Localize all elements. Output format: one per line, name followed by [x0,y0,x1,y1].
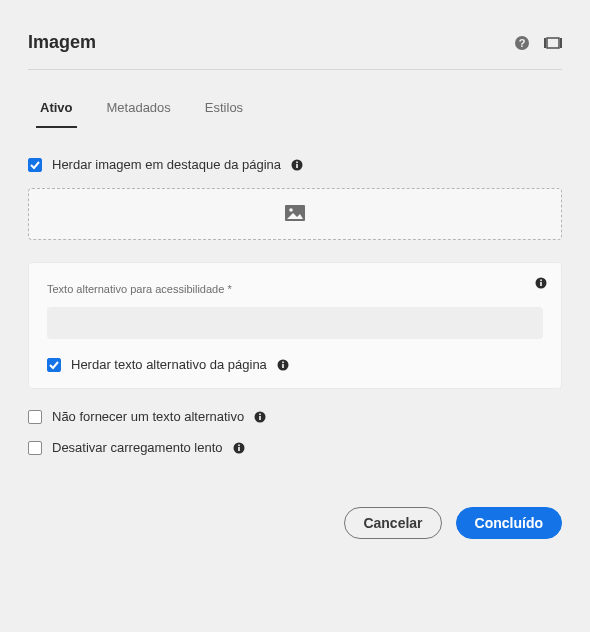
inherit-featured-label: Herdar imagem em destaque da página [52,157,281,172]
svg-rect-12 [540,280,542,282]
svg-rect-20 [238,447,240,451]
info-icon[interactable] [254,411,266,423]
info-icon[interactable] [291,159,303,171]
image-placeholder-icon [285,205,305,224]
header-actions: ? [514,35,562,51]
tab-content: Herdar imagem em destaque da página Text… [28,129,562,455]
svg-rect-6 [296,164,298,168]
fullscreen-icon[interactable] [544,35,562,51]
info-icon[interactable] [233,442,245,454]
tab-asset[interactable]: Ativo [38,92,75,129]
info-icon[interactable] [277,359,289,371]
svg-text:?: ? [519,37,526,49]
inherit-featured-row: Herdar imagem em destaque da página [28,157,562,172]
no-alt-row: Não fornecer um texto alternativo [28,409,562,424]
inherit-alt-label: Herdar texto alternativo da página [71,357,267,372]
svg-rect-18 [259,413,261,415]
tab-metadata[interactable]: Metadados [105,92,173,129]
tab-styles[interactable]: Estilos [203,92,245,129]
alt-text-input[interactable] [47,307,543,339]
inherit-featured-checkbox[interactable] [28,158,42,172]
image-dropzone[interactable] [28,188,562,240]
svg-rect-21 [238,444,240,446]
help-icon[interactable]: ? [514,35,530,51]
inherit-alt-row: Herdar texto alternativo da página [47,357,543,372]
dialog-footer: Cancelar Concluído [28,507,562,539]
no-alt-checkbox[interactable] [28,410,42,424]
image-dialog: Imagem ? Ativo Metadados Estilos Herdar … [0,0,590,559]
done-button[interactable]: Concluído [456,507,562,539]
svg-rect-14 [282,364,284,368]
no-alt-label: Não fornecer um texto alternativo [52,409,244,424]
svg-rect-2 [547,38,559,48]
svg-rect-3 [544,38,546,48]
tab-bar: Ativo Metadados Estilos [28,92,562,129]
disable-lazy-checkbox[interactable] [28,441,42,455]
disable-lazy-row: Desativar carregamento lento [28,440,562,455]
alt-text-field-label: Texto alternativo para acessibilidade * [47,283,543,295]
info-icon[interactable] [535,277,547,289]
alt-text-panel: Texto alternativo para acessibilidade * … [28,262,562,389]
svg-rect-7 [296,161,298,163]
svg-rect-4 [560,38,562,48]
svg-rect-15 [282,361,284,363]
inherit-alt-checkbox[interactable] [47,358,61,372]
svg-rect-17 [259,416,261,420]
dialog-header: Imagem ? [28,32,562,70]
disable-lazy-label: Desativar carregamento lento [52,440,223,455]
cancel-button[interactable]: Cancelar [344,507,441,539]
svg-rect-11 [540,282,542,286]
svg-point-9 [289,208,293,212]
dialog-title: Imagem [28,32,96,53]
